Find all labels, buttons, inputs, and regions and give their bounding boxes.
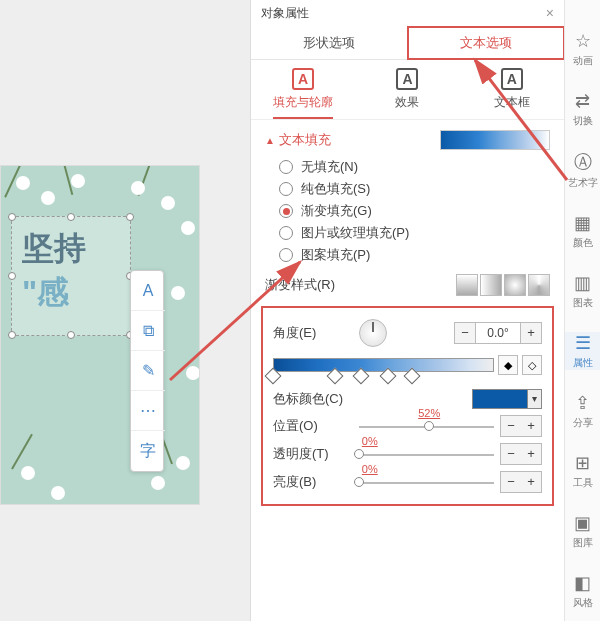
rail-share[interactable]: ⇪分享 xyxy=(565,392,601,430)
floating-toolbar: A ⧉ ✎ ⋯ 字 xyxy=(130,270,164,472)
right-icon-rail: ☆动画 ⇄切换 Ⓐ艺术字 ▦颜色 ▥图表 ☰属性 ⇪分享 ⊞工具 ▣图库 ◧风格 xyxy=(564,0,600,621)
chevron-down-icon: ▾ xyxy=(527,390,541,408)
radio-icon xyxy=(279,248,293,262)
angle-knob[interactable] xyxy=(359,319,387,347)
rail-style[interactable]: ◧风格 xyxy=(565,572,601,610)
tools-icon: ⊞ xyxy=(575,452,590,474)
radio-icon xyxy=(279,182,293,196)
textbox-line1: 坚持 xyxy=(22,227,120,271)
resize-handle[interactable] xyxy=(67,331,75,339)
properties-panel: 对象属性 × 形状选项 文本选项 A 填充与轮廓 A 效果 A 文本框 ▲ 文本… xyxy=(250,0,564,621)
brightness-slider[interactable]: 0% xyxy=(359,471,494,493)
brightness-value: 0% xyxy=(362,463,378,475)
angle-row: 角度(E) − 0.0° + xyxy=(267,316,548,350)
resize-handle[interactable] xyxy=(8,213,16,221)
remove-stop-icon: ◇ xyxy=(528,359,536,372)
rail-chart[interactable]: ▥图表 xyxy=(565,272,601,310)
brush-icon: ✎ xyxy=(142,361,155,380)
stop-color-picker[interactable]: ▾ xyxy=(472,389,542,409)
radio-label: 图案填充(P) xyxy=(301,246,370,264)
gradient-style-linear-v[interactable] xyxy=(456,274,478,296)
subtab-textbox[interactable]: A 文本框 xyxy=(460,60,564,119)
panel-close-button[interactable]: × xyxy=(546,5,554,21)
main-tabs: 形状选项 文本选项 xyxy=(251,26,564,60)
add-stop-icon: ◆ xyxy=(504,359,512,372)
opacity-decrement[interactable]: − xyxy=(501,444,521,464)
rail-label: 工具 xyxy=(573,476,593,490)
textbox-icon: A xyxy=(501,68,523,90)
subtab-fill-outline[interactable]: A 填充与轮廓 xyxy=(251,60,355,119)
rail-color[interactable]: ▦颜色 xyxy=(565,212,601,250)
rail-tools[interactable]: ⊞工具 xyxy=(565,452,601,490)
rail-label: 颜色 xyxy=(573,236,593,250)
slide[interactable]: 坚持 "感 xyxy=(0,165,200,505)
mini-text-button[interactable]: A xyxy=(131,271,165,311)
angle-decrement[interactable]: − xyxy=(455,323,475,343)
resize-handle[interactable] xyxy=(8,331,16,339)
mini-layer-button[interactable]: ⧉ xyxy=(131,311,165,351)
gradient-style-radial[interactable] xyxy=(504,274,526,296)
brightness-decrement[interactable]: − xyxy=(501,472,521,492)
slider-thumb[interactable] xyxy=(354,449,364,459)
rail-properties[interactable]: ☰属性 xyxy=(565,332,601,370)
opacity-label: 透明度(T) xyxy=(273,445,353,463)
subtab-effects[interactable]: A 效果 xyxy=(355,60,459,119)
opacity-value: 0% xyxy=(362,435,378,447)
radio-label: 纯色填充(S) xyxy=(301,180,370,198)
mini-brush-button[interactable]: ✎ xyxy=(131,351,165,391)
position-label: 位置(O) xyxy=(273,417,353,435)
gradient-style-row: 渐变样式(R) xyxy=(251,268,564,302)
radio-pattern-fill[interactable]: 图案填充(P) xyxy=(279,246,550,264)
effects-icon: A xyxy=(396,68,418,90)
radio-label: 图片或纹理填充(P) xyxy=(301,224,409,242)
section-header[interactable]: ▲ 文本填充 xyxy=(265,130,550,150)
position-row: 位置(O) 52% − + xyxy=(267,412,548,440)
radio-label: 渐变填充(G) xyxy=(301,202,372,220)
rail-transition[interactable]: ⇄切换 xyxy=(565,90,601,128)
rail-label: 切换 xyxy=(573,114,593,128)
opacity-slider[interactable]: 0% xyxy=(359,443,494,465)
add-stop-button[interactable]: ◆ xyxy=(498,355,518,375)
slider-thumb[interactable] xyxy=(354,477,364,487)
brightness-increment[interactable]: + xyxy=(521,472,541,492)
canvas-area: 坚持 "感 A ⧉ ✎ ⋯ 字 xyxy=(0,0,250,621)
selected-textbox[interactable]: 坚持 "感 xyxy=(11,216,131,336)
rail-label: 动画 xyxy=(573,54,593,68)
resize-handle[interactable] xyxy=(8,272,16,280)
properties-icon: ☰ xyxy=(575,332,591,354)
sub-tabs: A 填充与轮廓 A 效果 A 文本框 xyxy=(251,60,564,120)
resize-handle[interactable] xyxy=(67,213,75,221)
remove-stop-button[interactable]: ◇ xyxy=(522,355,542,375)
star-icon: ☆ xyxy=(575,30,591,52)
font-icon: 字 xyxy=(140,441,156,462)
layer-icon: ⧉ xyxy=(143,322,154,340)
transition-icon: ⇄ xyxy=(575,90,590,112)
position-slider[interactable]: 52% xyxy=(359,415,494,437)
gradient-detail-box: 角度(E) − 0.0° + ◆ ◇ 色标颜色(C) ▾ 位置( xyxy=(261,306,554,506)
gradient-bar[interactable] xyxy=(273,358,494,372)
chart-icon: ▥ xyxy=(574,272,591,294)
radio-no-fill[interactable]: 无填充(N) xyxy=(279,158,550,176)
slider-thumb[interactable] xyxy=(424,421,434,431)
angle-increment[interactable]: + xyxy=(521,323,541,343)
position-increment[interactable]: + xyxy=(521,416,541,436)
rail-label: 风格 xyxy=(573,596,593,610)
resize-handle[interactable] xyxy=(126,213,134,221)
angle-value[interactable]: 0.0° xyxy=(475,323,521,343)
rail-library[interactable]: ▣图库 xyxy=(565,512,601,550)
radio-solid-fill[interactable]: 纯色填充(S) xyxy=(279,180,550,198)
mini-more-button[interactable]: ⋯ xyxy=(131,391,165,431)
radio-picture-fill[interactable]: 图片或纹理填充(P) xyxy=(279,224,550,242)
mini-font-button[interactable]: 字 xyxy=(131,431,165,471)
brightness-row: 亮度(B) 0% − + xyxy=(267,468,548,496)
rail-animation[interactable]: ☆动画 xyxy=(565,30,601,68)
opacity-increment[interactable]: + xyxy=(521,444,541,464)
gradient-style-linear-h[interactable] xyxy=(480,274,502,296)
tab-shape-options[interactable]: 形状选项 xyxy=(251,26,408,59)
position-decrement[interactable]: − xyxy=(501,416,521,436)
rail-wordart[interactable]: Ⓐ艺术字 xyxy=(565,150,601,190)
tab-text-options[interactable]: 文本选项 xyxy=(408,26,565,59)
gradient-style-rect[interactable] xyxy=(528,274,550,296)
radio-gradient-fill[interactable]: 渐变填充(G) xyxy=(279,202,550,220)
fill-preview-swatch[interactable] xyxy=(440,130,550,150)
